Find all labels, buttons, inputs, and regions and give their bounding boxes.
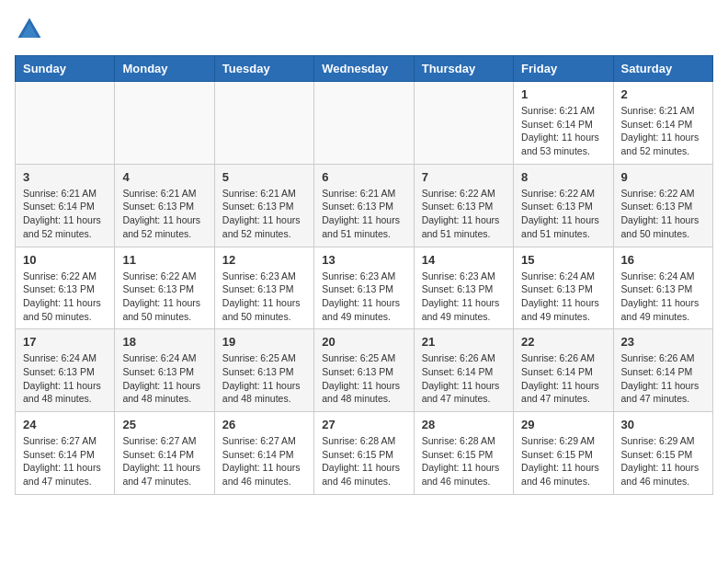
day-info: Sunrise: 6:26 AMSunset: 6:14 PMDaylight:… xyxy=(521,351,605,406)
calendar-day-cell: 15Sunrise: 6:24 AMSunset: 6:13 PMDayligh… xyxy=(514,247,613,329)
day-info: Sunrise: 6:26 AMSunset: 6:14 PMDaylight:… xyxy=(422,351,506,406)
calendar-day-cell: 13Sunrise: 6:23 AMSunset: 6:13 PMDayligh… xyxy=(314,247,414,329)
day-number: 9 xyxy=(621,170,705,184)
day-info: Sunrise: 6:24 AMSunset: 6:13 PMDaylight:… xyxy=(621,270,705,324)
day-number: 25 xyxy=(122,418,206,431)
calendar-day-cell: 28Sunrise: 6:28 AMSunset: 6:15 PMDayligh… xyxy=(414,412,513,495)
calendar-week-row: 17Sunrise: 6:24 AMSunset: 6:13 PMDayligh… xyxy=(16,329,713,412)
day-number: 28 xyxy=(422,418,506,431)
calendar-day-cell: 3Sunrise: 6:21 AMSunset: 6:14 PMDaylight… xyxy=(16,164,115,247)
calendar-day-cell: 7Sunrise: 6:22 AMSunset: 6:13 PMDaylight… xyxy=(414,164,513,247)
day-number: 2 xyxy=(621,87,705,101)
day-info: Sunrise: 6:22 AMSunset: 6:13 PMDaylight:… xyxy=(422,187,506,241)
day-number: 6 xyxy=(322,170,405,184)
calendar-week-row: 3Sunrise: 6:21 AMSunset: 6:14 PMDaylight… xyxy=(16,164,713,247)
calendar-day-cell: 9Sunrise: 6:22 AMSunset: 6:13 PMDaylight… xyxy=(613,164,712,247)
day-of-week-header: Sunday xyxy=(16,56,115,82)
calendar-day-cell: 26Sunrise: 6:27 AMSunset: 6:14 PMDayligh… xyxy=(214,412,313,495)
day-info: Sunrise: 6:21 AMSunset: 6:13 PMDaylight:… xyxy=(322,187,405,241)
calendar-day-cell: 25Sunrise: 6:27 AMSunset: 6:14 PMDayligh… xyxy=(115,412,214,495)
day-info: Sunrise: 6:21 AMSunset: 6:14 PMDaylight:… xyxy=(521,104,605,158)
calendar-day-cell: 19Sunrise: 6:25 AMSunset: 6:13 PMDayligh… xyxy=(214,329,313,412)
day-number: 11 xyxy=(122,253,206,267)
calendar-day-cell: 21Sunrise: 6:26 AMSunset: 6:14 PMDayligh… xyxy=(414,329,513,412)
day-number: 21 xyxy=(422,335,506,349)
day-info: Sunrise: 6:22 AMSunset: 6:13 PMDaylight:… xyxy=(23,270,107,324)
day-number: 17 xyxy=(23,335,107,349)
calendar-day-cell: 16Sunrise: 6:24 AMSunset: 6:13 PMDayligh… xyxy=(613,247,712,329)
calendar-week-row: 24Sunrise: 6:27 AMSunset: 6:14 PMDayligh… xyxy=(16,412,713,495)
day-info: Sunrise: 6:24 AMSunset: 6:13 PMDaylight:… xyxy=(23,351,107,406)
day-info: Sunrise: 6:23 AMSunset: 6:13 PMDaylight:… xyxy=(222,270,306,324)
logo-icon xyxy=(15,15,44,44)
calendar-day-cell: 4Sunrise: 6:21 AMSunset: 6:13 PMDaylight… xyxy=(115,164,214,247)
day-info: Sunrise: 6:22 AMSunset: 6:13 PMDaylight:… xyxy=(621,187,705,241)
day-info: Sunrise: 6:21 AMSunset: 6:13 PMDaylight:… xyxy=(122,187,206,241)
day-of-week-header: Tuesday xyxy=(214,56,313,82)
day-info: Sunrise: 6:23 AMSunset: 6:13 PMDaylight:… xyxy=(322,270,405,324)
day-number: 24 xyxy=(23,418,107,431)
day-info: Sunrise: 6:24 AMSunset: 6:13 PMDaylight:… xyxy=(122,351,206,406)
day-number: 4 xyxy=(122,170,206,184)
day-info: Sunrise: 6:25 AMSunset: 6:13 PMDaylight:… xyxy=(222,351,306,406)
day-of-week-header: Thursday xyxy=(414,56,513,82)
calendar-day-cell xyxy=(115,82,214,165)
logo xyxy=(15,15,48,44)
day-number: 18 xyxy=(122,335,206,349)
day-number: 23 xyxy=(621,335,705,349)
day-number: 3 xyxy=(23,170,107,184)
calendar-day-cell: 5Sunrise: 6:21 AMSunset: 6:13 PMDaylight… xyxy=(214,164,313,247)
calendar-day-cell: 27Sunrise: 6:28 AMSunset: 6:15 PMDayligh… xyxy=(314,412,414,495)
day-info: Sunrise: 6:21 AMSunset: 6:14 PMDaylight:… xyxy=(23,187,107,241)
calendar: SundayMondayTuesdayWednesdayThursdayFrid… xyxy=(15,55,713,495)
day-number: 5 xyxy=(222,170,306,184)
day-number: 14 xyxy=(422,253,506,267)
day-info: Sunrise: 6:26 AMSunset: 6:14 PMDaylight:… xyxy=(621,351,705,406)
calendar-day-cell: 1Sunrise: 6:21 AMSunset: 6:14 PMDaylight… xyxy=(514,82,613,165)
day-info: Sunrise: 6:28 AMSunset: 6:15 PMDaylight:… xyxy=(322,434,405,488)
day-info: Sunrise: 6:29 AMSunset: 6:15 PMDaylight:… xyxy=(521,434,605,488)
page-header xyxy=(15,15,713,44)
day-info: Sunrise: 6:22 AMSunset: 6:13 PMDaylight:… xyxy=(122,270,206,324)
day-of-week-header: Saturday xyxy=(613,56,712,82)
day-info: Sunrise: 6:27 AMSunset: 6:14 PMDaylight:… xyxy=(122,434,206,488)
day-number: 22 xyxy=(521,335,605,349)
day-number: 20 xyxy=(322,335,405,349)
day-number: 29 xyxy=(521,418,605,431)
day-info: Sunrise: 6:23 AMSunset: 6:13 PMDaylight:… xyxy=(422,270,506,324)
calendar-day-cell: 8Sunrise: 6:22 AMSunset: 6:13 PMDaylight… xyxy=(514,164,613,247)
day-number: 16 xyxy=(621,253,705,267)
day-of-week-header: Friday xyxy=(514,56,613,82)
calendar-day-cell: 10Sunrise: 6:22 AMSunset: 6:13 PMDayligh… xyxy=(16,247,115,329)
day-info: Sunrise: 6:25 AMSunset: 6:13 PMDaylight:… xyxy=(322,351,405,406)
day-number: 8 xyxy=(521,170,605,184)
calendar-day-cell: 30Sunrise: 6:29 AMSunset: 6:15 PMDayligh… xyxy=(613,412,712,495)
calendar-header-row: SundayMondayTuesdayWednesdayThursdayFrid… xyxy=(16,56,713,82)
calendar-day-cell: 6Sunrise: 6:21 AMSunset: 6:13 PMDaylight… xyxy=(314,164,414,247)
calendar-day-cell: 17Sunrise: 6:24 AMSunset: 6:13 PMDayligh… xyxy=(16,329,115,412)
day-info: Sunrise: 6:27 AMSunset: 6:14 PMDaylight:… xyxy=(23,434,107,488)
day-of-week-header: Wednesday xyxy=(314,56,414,82)
day-info: Sunrise: 6:27 AMSunset: 6:14 PMDaylight:… xyxy=(222,434,306,488)
day-info: Sunrise: 6:22 AMSunset: 6:13 PMDaylight:… xyxy=(521,187,605,241)
calendar-day-cell xyxy=(314,82,414,165)
calendar-day-cell xyxy=(414,82,513,165)
day-number: 10 xyxy=(23,253,107,267)
calendar-day-cell: 2Sunrise: 6:21 AMSunset: 6:14 PMDaylight… xyxy=(613,82,712,165)
calendar-day-cell: 11Sunrise: 6:22 AMSunset: 6:13 PMDayligh… xyxy=(115,247,214,329)
calendar-day-cell: 20Sunrise: 6:25 AMSunset: 6:13 PMDayligh… xyxy=(314,329,414,412)
day-of-week-header: Monday xyxy=(115,56,214,82)
day-info: Sunrise: 6:24 AMSunset: 6:13 PMDaylight:… xyxy=(521,270,605,324)
day-number: 1 xyxy=(521,87,605,101)
day-number: 15 xyxy=(521,253,605,267)
calendar-day-cell: 22Sunrise: 6:26 AMSunset: 6:14 PMDayligh… xyxy=(514,329,613,412)
day-number: 30 xyxy=(621,418,705,431)
calendar-day-cell xyxy=(16,82,115,165)
day-info: Sunrise: 6:28 AMSunset: 6:15 PMDaylight:… xyxy=(422,434,506,488)
day-number: 26 xyxy=(222,418,306,431)
calendar-day-cell: 29Sunrise: 6:29 AMSunset: 6:15 PMDayligh… xyxy=(514,412,613,495)
day-number: 19 xyxy=(222,335,306,349)
calendar-day-cell: 12Sunrise: 6:23 AMSunset: 6:13 PMDayligh… xyxy=(214,247,313,329)
calendar-day-cell: 18Sunrise: 6:24 AMSunset: 6:13 PMDayligh… xyxy=(115,329,214,412)
day-number: 12 xyxy=(222,253,306,267)
